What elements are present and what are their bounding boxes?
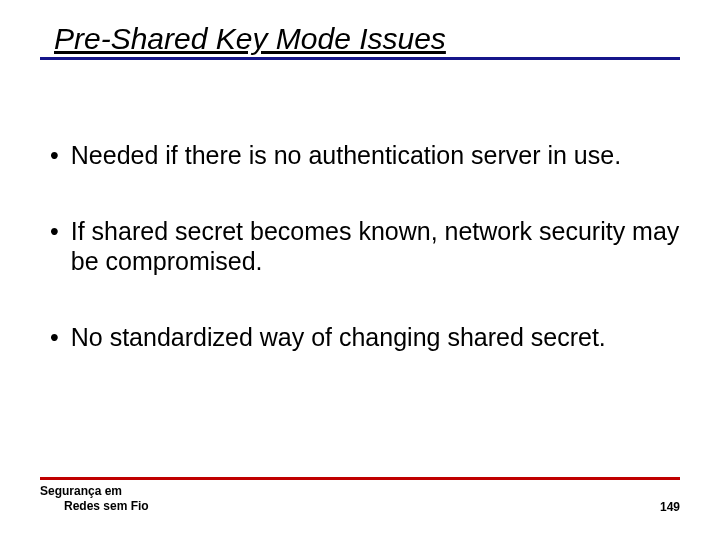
title-underline-rule — [40, 57, 680, 60]
bullet-item: • No standardized way of changing shared… — [48, 322, 680, 352]
bullet-text: No standardized way of changing shared s… — [71, 322, 680, 352]
slide-title: Pre-Shared Key Mode Issues — [40, 22, 680, 55]
bullet-dot-icon: • — [50, 140, 59, 170]
bullet-dot-icon: • — [50, 216, 59, 246]
bullet-text: If shared secret becomes known, network … — [71, 216, 680, 276]
footer-rule — [40, 477, 680, 480]
footer: Segurança em Redes sem Fio 149 — [40, 477, 680, 514]
bullet-item: • If shared secret becomes known, networ… — [48, 216, 680, 276]
footer-line-1: Segurança em — [40, 484, 149, 499]
bullet-item: • Needed if there is no authentication s… — [48, 140, 680, 170]
title-block: Pre-Shared Key Mode Issues — [40, 22, 680, 60]
bullet-dot-icon: • — [50, 322, 59, 352]
page-number: 149 — [660, 500, 680, 514]
footer-row: Segurança em Redes sem Fio 149 — [40, 484, 680, 514]
slide-body: • Needed if there is no authentication s… — [48, 140, 680, 398]
slide: Pre-Shared Key Mode Issues • Needed if t… — [0, 0, 720, 540]
footer-line-2: Redes sem Fio — [40, 499, 149, 514]
footer-left: Segurança em Redes sem Fio — [40, 484, 149, 514]
bullet-text: Needed if there is no authentication ser… — [71, 140, 680, 170]
